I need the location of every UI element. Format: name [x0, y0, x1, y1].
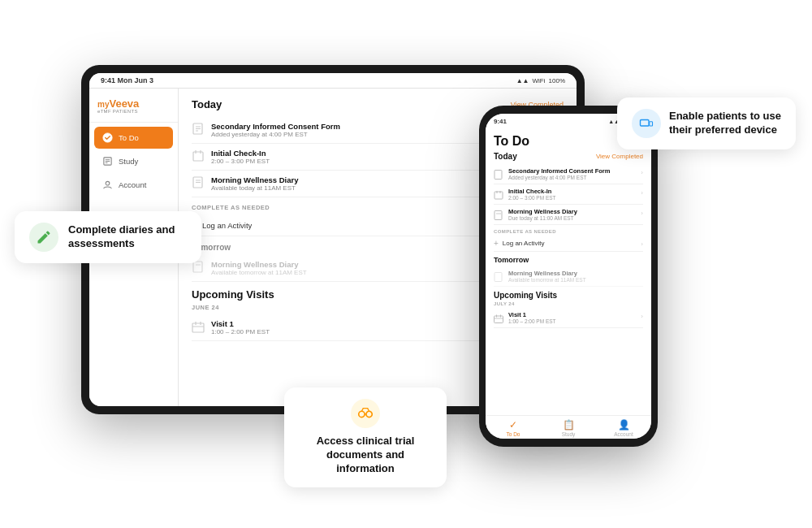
phone-diary-icon: [494, 209, 503, 219]
phone-nav-todo[interactable]: ✓ To Do: [486, 419, 541, 437]
svg-rect-34: [650, 122, 653, 126]
phone-visit1-content: Visit 1 1:00 – 2:00 PM EST: [508, 311, 556, 324]
svg-point-36: [366, 412, 372, 418]
tablet-time: 9:41 Mon Jun 3: [101, 76, 153, 84]
sidebar-item-study[interactable]: Study: [94, 150, 173, 172]
phone-plus-icon: +: [494, 239, 499, 248]
phone-can-label: COMPLETE AS NEEDED: [494, 229, 643, 234]
phone-tomorrow-content: Morning Wellness Diary Available tomorro…: [508, 270, 586, 283]
svg-rect-18: [192, 323, 204, 332]
phone-nav-account-icon: 👤: [618, 419, 630, 431]
logo-subtitle: eTMF PATIENTS: [97, 109, 170, 114]
phone-today-header: Today View Completed: [494, 152, 643, 161]
logo-text: myVeeva: [97, 98, 170, 109]
phone-tomorrow-label: Tomorrow: [494, 256, 643, 264]
phone-chevron-icon: ›: [641, 210, 643, 217]
signal-icon: ▲▲: [516, 77, 529, 84]
account-icon: [102, 180, 113, 190]
phone-device: 9:41 ▲▲ WiFi 🔋 To Do Today View Complete…: [479, 106, 658, 447]
svg-rect-22: [495, 171, 502, 180]
tomorrow-diary-icon: [192, 261, 205, 274]
svg-rect-23: [495, 192, 503, 199]
pencil-icon-circle: [29, 223, 58, 252]
phone-task-checkin[interactable]: Initial Check-In 2:00 – 3:00 PM EST ›: [494, 184, 643, 205]
phone-time: 9:41: [494, 118, 507, 125]
phone-nav-account[interactable]: 👤 Account: [596, 419, 651, 437]
phone-chevron-icon: ›: [641, 169, 643, 176]
phone-visit1-title: Visit 1: [508, 311, 556, 318]
phone-tomorrow-icon: [494, 270, 503, 280]
svg-point-35: [359, 412, 365, 418]
visit-icon: [192, 320, 205, 333]
phone-diary-sub: Due today at 11:00 AM EST: [508, 215, 577, 221]
phone-screen: 9:41 ▲▲ WiFi 🔋 To Do Today View Complete…: [486, 114, 651, 439]
phone-visit1-sub: 1:00 – 2:00 PM EST: [508, 318, 556, 324]
sidebar-item-account[interactable]: Account: [94, 174, 173, 196]
phone-tomorrow-title: Morning Wellness Diary: [508, 270, 586, 277]
phone-log-activity[interactable]: + Log an Activity ›: [494, 236, 643, 252]
phone-consent-icon: [494, 168, 503, 178]
svg-point-5: [106, 181, 110, 185]
phone-nav-todo-icon: ✓: [509, 419, 517, 431]
phone-consent-sub: Added yesterday at 4:00 PM EST: [508, 175, 610, 180]
study-icon: [102, 156, 113, 167]
phone-chevron-icon: ›: [641, 189, 643, 197]
callout-device-text: Enable patients to use their preferred d…: [669, 110, 781, 137]
sidebar-todo-label: To Do: [119, 133, 139, 142]
phone-tomorrow-sub: Available tomorrow at 11AM EST: [508, 277, 586, 283]
phone-nav-account-label: Account: [614, 431, 633, 437]
svg-rect-33: [641, 120, 650, 127]
tablet-logo: myVeeva eTMF PATIENTS: [89, 93, 178, 123]
phone-task-consent-content: Secondary Informed Consent Form Added ye…: [508, 167, 610, 180]
callout-complete-text: Complete diaries and assessments: [68, 223, 187, 251]
phone-log-chevron: ›: [641, 240, 643, 248]
tablet-status-icons: ▲▲ WiFi 100%: [516, 77, 565, 84]
phone-visit1-chevron: ›: [641, 313, 643, 320]
battery-icon: 100%: [549, 77, 565, 84]
phone-nav-study-icon: 📋: [563, 419, 575, 431]
phone-task-diary[interactable]: Morning Wellness Diary Due today at 11:0…: [494, 205, 643, 225]
sidebar-item-todo[interactable]: To Do: [94, 127, 173, 149]
callout-complete: Complete diaries and assessments: [15, 211, 201, 263]
svg-rect-16: [193, 262, 202, 272]
logo-veeva: Veeva: [109, 97, 139, 110]
phone-task-tomorrow[interactable]: Morning Wellness Diary Available tomorro…: [494, 266, 643, 287]
svg-rect-29: [495, 316, 503, 323]
checkin-icon: [192, 149, 205, 162]
phone-checkin-icon: [494, 188, 503, 198]
device-icon-circle: [632, 109, 661, 138]
callout-access: Access clinical trial documents and info…: [284, 387, 447, 487]
sidebar-study-label: Study: [119, 157, 138, 166]
phone-task-diary-content: Morning Wellness Diary Due today at 11:0…: [508, 208, 577, 221]
log-activity-label: Log an Activity: [202, 221, 252, 230]
phone-task-visit1[interactable]: Visit 1 1:00 – 2:00 PM EST ›: [494, 308, 643, 328]
callout-access-text: Access clinical trial documents and info…: [299, 435, 432, 476]
svg-rect-10: [193, 152, 203, 161]
phone-visit-icon: [494, 312, 503, 322]
phone-log-label: Log an Activity: [503, 240, 545, 247]
binoculars-icon-circle: [351, 399, 380, 428]
phone-task-checkin-content: Initial Check-In 2:00 – 3:00 PM EST: [508, 188, 556, 201]
callout-device: Enable patients to use their preferred d…: [617, 97, 796, 149]
phone-task-consent[interactable]: Secondary Informed Consent Form Added ye…: [494, 164, 643, 184]
phone-nav-todo-label: To Do: [507, 431, 520, 437]
sidebar-account-label: Account: [119, 180, 146, 189]
tablet-status-bar: 9:41 Mon Jun 3 ▲▲ WiFi 100%: [89, 73, 577, 89]
svg-rect-28: [495, 273, 502, 282]
phone-nav-study-label: Study: [562, 431, 576, 437]
phone-nav-study[interactable]: 📋 Study: [541, 419, 596, 437]
phone-checkin-sub: 2:00 – 3:00 PM EST: [508, 195, 556, 201]
phone-checkin-title: Initial Check-In: [508, 188, 556, 195]
phone-today-label: Today: [494, 152, 517, 161]
phone-diary-title: Morning Wellness Diary: [508, 208, 577, 215]
svg-rect-26: [495, 211, 502, 220]
logo-my: my: [97, 100, 109, 109]
today-title: Today: [192, 98, 222, 110]
consent-form-icon: [192, 123, 205, 136]
phone-view-completed[interactable]: View Completed: [596, 153, 643, 160]
todo-icon: [102, 132, 113, 143]
phone-consent-title: Secondary Informed Consent Form: [508, 167, 610, 175]
phone-upcoming-title: Upcoming Visits: [494, 291, 643, 300]
wifi-icon: WiFi: [533, 77, 546, 84]
phone-upcoming-date: JULY 24: [494, 301, 643, 306]
